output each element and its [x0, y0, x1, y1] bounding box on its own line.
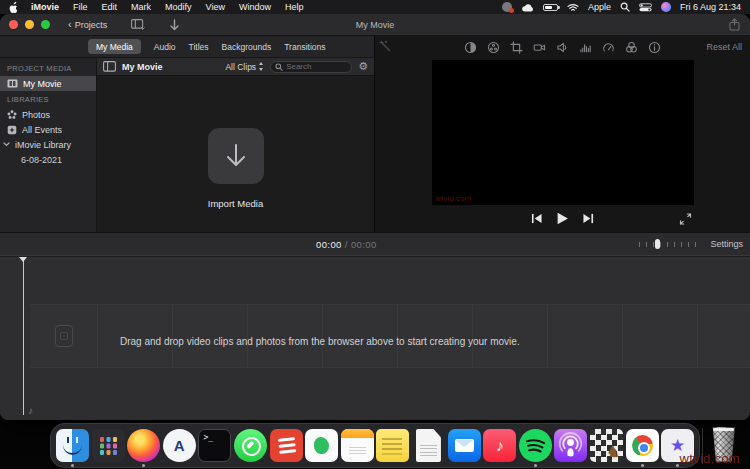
dock-chess-icon[interactable] [590, 429, 623, 462]
dock-todoist-icon[interactable] [270, 429, 303, 462]
dock-firefox-icon[interactable] [127, 429, 160, 462]
enhance-wand-icon[interactable] [379, 40, 391, 52]
menu-bar: iMovie File Edit Mark Modify View Window… [0, 0, 750, 14]
menu-item-edit[interactable]: Edit [102, 2, 118, 12]
sidebar-section-project-media: PROJECT MEDIA [0, 60, 96, 76]
running-indicator [142, 464, 145, 467]
color-correction-icon[interactable] [487, 41, 500, 54]
volume-icon[interactable] [556, 41, 569, 54]
clips-filter-label: All Clips [225, 62, 256, 72]
running-indicator [534, 464, 537, 467]
disclosure-chevron-icon[interactable] [3, 142, 10, 147]
import-media-button[interactable] [208, 128, 264, 184]
dock-evernote-icon[interactable] [305, 429, 338, 462]
zoom-slider-thumb[interactable] [655, 239, 660, 249]
sidebar-item-photos[interactable]: Photos [0, 107, 96, 122]
dock-stickies-icon[interactable] [376, 429, 409, 462]
tab-backgrounds[interactable]: Backgrounds [222, 42, 272, 52]
battery-icon[interactable] [543, 4, 558, 11]
menu-item-window[interactable]: Window [239, 2, 271, 12]
media-organizer-icon[interactable] [131, 19, 145, 30]
search-field[interactable] [270, 61, 352, 73]
settings-gear-icon[interactable]: ⚙ [358, 61, 368, 72]
apple-menu-icon[interactable] [9, 1, 19, 13]
timecode-separator: / [345, 239, 348, 250]
speed-icon[interactable] [602, 41, 615, 54]
crop-icon[interactable] [510, 41, 523, 54]
color-balance-icon[interactable] [464, 41, 477, 54]
dock-calendar-icon[interactable] [341, 429, 374, 462]
siri-icon[interactable] [661, 2, 671, 12]
zoom-button[interactable] [41, 20, 50, 29]
play-button[interactable] [556, 212, 569, 225]
menu-item-mark[interactable]: Mark [131, 2, 151, 12]
wifi-icon[interactable] [567, 3, 579, 12]
tab-audio[interactable]: Audio [154, 42, 176, 52]
close-button[interactable] [9, 20, 18, 29]
dock-textedit-icon[interactable] [416, 429, 441, 462]
sidebar-item-imovie-library[interactable]: iMovie Library [0, 137, 96, 152]
dock-music-icon[interactable] [483, 429, 516, 462]
chevron-updown-icon [259, 62, 264, 71]
clip-placeholder-cell [548, 305, 623, 367]
skip-forward-button[interactable] [582, 213, 595, 224]
clip-filter-icon[interactable] [625, 41, 638, 54]
menubar-clock[interactable]: Fri 6 Aug 21:34 [680, 2, 741, 12]
projects-back-label: Projects [75, 20, 108, 30]
menu-item-help[interactable]: Help [285, 2, 304, 12]
dock-terminal-icon[interactable] [198, 429, 231, 462]
sidebar-item-library-date[interactable]: 6-08-2021 [0, 152, 96, 167]
dock-spotify-icon[interactable] [519, 429, 552, 462]
info-icon[interactable] [648, 41, 661, 54]
sidebar-item-all-events[interactable]: All Events [0, 122, 96, 137]
cloud-icon[interactable] [521, 3, 534, 12]
sidebar-item-imovie-library-label: iMovie Library [15, 140, 71, 150]
total-time: 00:00 [351, 239, 377, 250]
download-arrow-icon [224, 143, 248, 170]
noise-reduction-icon[interactable] [579, 41, 592, 54]
running-indicator [71, 464, 74, 467]
skip-back-button[interactable] [530, 213, 543, 224]
dock-podcasts-icon[interactable] [554, 429, 587, 462]
share-icon[interactable] [729, 18, 740, 31]
browser-header: My Movie All Clips [97, 58, 374, 76]
media-tabs: My Media Audio Titles Backgrounds Transi… [0, 36, 374, 58]
clips-filter-dropdown[interactable]: All Clips [225, 62, 264, 72]
sidebar-item-my-movie[interactable]: My Movie [0, 76, 96, 91]
menubar-app-icon[interactable] [502, 2, 512, 12]
spotlight-icon[interactable] [620, 2, 630, 12]
clip-placeholder-icon [55, 325, 73, 347]
menu-item-modify[interactable]: Modify [165, 2, 192, 12]
menu-app-name[interactable]: iMovie [31, 2, 59, 12]
dock-mail-icon[interactable] [448, 429, 481, 462]
timeline-zoom-slider[interactable] [639, 239, 701, 249]
menu-item-file[interactable]: File [73, 2, 88, 12]
control-center-icon[interactable] [639, 3, 652, 12]
playhead[interactable] [23, 258, 24, 415]
dock-launchpad-icon[interactable] [92, 429, 125, 462]
pane-toggle-icon[interactable] [103, 61, 116, 72]
import-arrow-icon[interactable] [169, 19, 180, 31]
dock-chrome-icon[interactable] [626, 429, 659, 462]
stabilization-icon[interactable] [533, 41, 546, 54]
tab-my-media[interactable]: My Media [88, 39, 141, 54]
dock-whatsapp-icon[interactable] [234, 429, 267, 462]
timeline-settings-button[interactable]: Settings [710, 239, 743, 249]
chevron-left-icon: ‹ [68, 20, 72, 29]
fullscreen-icon[interactable] [679, 212, 692, 225]
media-browser-pane: My Movie All Clips [97, 58, 374, 232]
projects-back-button[interactable]: ‹ Projects [68, 20, 107, 30]
search-input[interactable] [286, 62, 347, 71]
menubar-status-text[interactable]: Apple [588, 2, 611, 12]
dock-finder-icon[interactable] [56, 429, 89, 462]
tab-titles[interactable]: Titles [189, 42, 209, 52]
menu-item-view[interactable]: View [206, 2, 225, 12]
tab-transitions[interactable]: Transitions [284, 42, 325, 52]
reset-all-button[interactable]: Reset All [706, 42, 742, 52]
video-preview[interactable]: wtvid.com [432, 60, 694, 205]
minimize-button[interactable] [25, 20, 34, 29]
dock-app-store-icon[interactable] [163, 429, 196, 462]
crumpled-paper-icon [717, 424, 726, 431]
timeline[interactable]: Drag and drop video clips and photos fro… [0, 257, 750, 420]
timeline-empty-message: Drag and drop video clips and photos fro… [120, 336, 520, 347]
